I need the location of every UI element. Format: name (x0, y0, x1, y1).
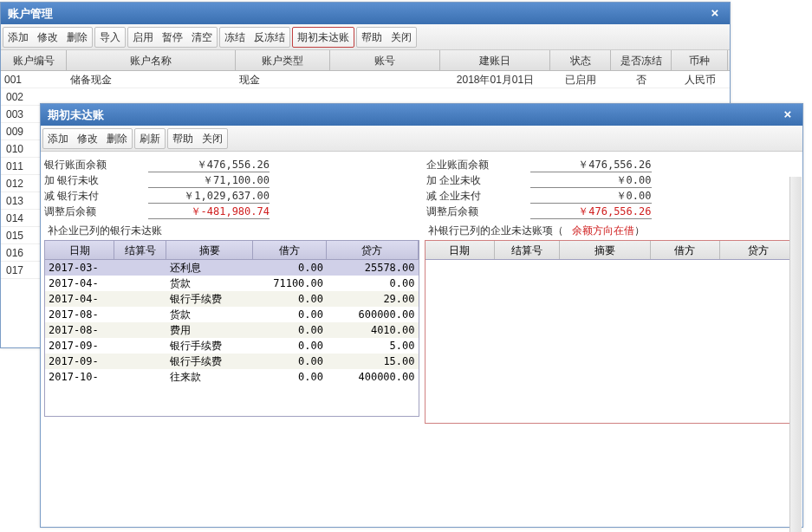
left-grid: 日期结算号摘要借方贷方 2017-03-21还利息0.0025578.00201… (44, 240, 419, 417)
toolbar-button-添加[interactable]: 添加 (43, 129, 73, 148)
parent-row-ids: 002003009010011012013014015016017 (1, 88, 42, 279)
toolbar-group: 期初未达账 (292, 27, 354, 48)
detail-col-header[interactable]: 日期 (45, 241, 114, 259)
toolbar-group: 帮助关闭 (167, 128, 228, 149)
table-row[interactable]: 016 (1, 244, 42, 262)
toolbar-group: 刷新 (134, 128, 166, 149)
toolbar-button-刷新[interactable]: 刷新 (135, 129, 165, 148)
table-row[interactable]: 011 (1, 158, 42, 175)
parent-grid-body: 001储备现金现金2018年01月01日已启用否人民币 (1, 71, 730, 88)
close-icon[interactable]: × (780, 107, 796, 123)
parent-col-header[interactable]: 账户名称 (67, 50, 236, 70)
toolbar-group: 启用暂停清空 (127, 27, 218, 48)
table-row[interactable]: 013 (1, 192, 42, 210)
child-titlebar[interactable]: 期初未达账 × (41, 104, 802, 126)
table-row[interactable]: 009 (1, 123, 42, 140)
toolbar-group: 冻结反冻结 (219, 27, 290, 48)
toolbar-button-修改[interactable]: 修改 (73, 129, 102, 148)
toolbar-button-反冻结[interactable]: 反冻结 (250, 28, 289, 47)
summary-line: 加 企业未收￥0.00 (426, 172, 800, 188)
table-row[interactable]: 2017-08-24货款0.00600000.00 (45, 307, 419, 322)
parent-col-header[interactable]: 建账日 (440, 50, 550, 70)
table-row[interactable]: 2017-09-29银行手续费0.005.00 (45, 338, 419, 354)
table-row[interactable]: 2017-10-25往来款0.00400000.00 (45, 369, 419, 385)
parent-col-header[interactable]: 币种 (672, 50, 728, 70)
table-row[interactable]: 010 (1, 140, 42, 158)
table-row[interactable]: 2017-09-29银行手续费0.0015.00 (45, 354, 419, 369)
summary-line: 银行账面余额￥476,556.26 (44, 157, 418, 172)
toolbar-button-删除[interactable]: 删除 (102, 129, 132, 148)
toolbar-group: 添加修改删除 (3, 27, 93, 48)
toolbar-button-暂停[interactable]: 暂停 (158, 28, 187, 47)
table-row[interactable]: 003 (1, 106, 42, 123)
toolbar-group: 帮助关闭 (356, 27, 417, 48)
summary-area: 银行账面余额￥476,556.26加 银行未收￥71,100.00减 银行未付￥… (41, 152, 802, 221)
detail-col-header[interactable]: 日期 (425, 241, 495, 259)
table-row[interactable]: 2017-03-21还利息0.0025578.00 (45, 260, 419, 276)
detail-col-header[interactable]: 结算号 (495, 241, 560, 259)
table-row[interactable]: 2017-04-05货款71100.000.00 (45, 276, 419, 291)
right-grid-header: 日期结算号摘要借方贷方 (425, 241, 799, 260)
parent-col-header[interactable]: 是否冻结 (611, 50, 672, 70)
summary-line: 调整后余额￥476,556.26 (426, 204, 800, 219)
toolbar-button-添加[interactable]: 添加 (3, 28, 33, 47)
toolbar-button-修改[interactable]: 修改 (33, 28, 62, 47)
right-grid-body[interactable] (425, 260, 799, 423)
parent-titlebar[interactable]: 账户管理 × (1, 3, 730, 24)
toolbar-button-关闭[interactable]: 关闭 (387, 28, 416, 47)
right-detail-panel: 补银行已列的企业未达账项（余额方向在借） 日期结算号摘要借方贷方 (425, 221, 800, 424)
toolbar-button-冻结[interactable]: 冻结 (220, 28, 250, 47)
left-detail-panel: 补企业已列的银行未达账 日期结算号摘要借方贷方 2017-03-21还利息0.0… (44, 221, 419, 424)
summary-line: 加 银行未收￥71,100.00 (44, 172, 418, 188)
bank-summary: 银行账面余额￥476,556.26加 银行未收￥71,100.00减 银行未付￥… (44, 157, 418, 219)
detail-col-header[interactable]: 贷方 (720, 241, 799, 259)
parent-col-header[interactable]: 账号 (330, 50, 440, 70)
toolbar-button-清空[interactable]: 清空 (187, 28, 217, 47)
toolbar-button-删除[interactable]: 删除 (62, 28, 92, 47)
table-row[interactable]: 002 (1, 88, 42, 106)
detail-col-header[interactable]: 摘要 (560, 241, 651, 259)
detail-col-header[interactable]: 摘要 (166, 241, 253, 259)
toolbar-button-启用[interactable]: 启用 (128, 28, 158, 47)
detail-col-header[interactable]: 借方 (651, 241, 720, 259)
table-row[interactable]: 001储备现金现金2018年01月01日已启用否人民币 (1, 71, 730, 88)
table-row[interactable]: 015 (1, 227, 42, 244)
detail-col-header[interactable]: 贷方 (327, 241, 419, 259)
table-row[interactable]: 014 (1, 210, 42, 227)
opening-unreconciled-window: 期初未达账 × 添加修改删除刷新帮助关闭 银行账面余额￥476,556.26加 … (40, 103, 803, 528)
left-grid-body[interactable]: 2017-03-21还利息0.0025578.002017-04-05货款711… (45, 260, 419, 416)
detail-col-header[interactable]: 结算号 (114, 241, 166, 259)
table-row[interactable]: 2017-08-28费用0.004010.00 (45, 322, 419, 338)
enterprise-summary: 企业账面余额￥476,556.26加 企业未收￥0.00减 企业未付￥0.00调… (426, 157, 800, 219)
toolbar-button-关闭[interactable]: 关闭 (198, 129, 227, 148)
table-row[interactable]: 012 (1, 175, 42, 192)
parent-col-header[interactable]: 账户类型 (236, 50, 330, 70)
left-caption: 补企业已列的银行未达账 (44, 221, 419, 240)
table-row[interactable]: 017 (1, 262, 42, 279)
vertical-scrollbar[interactable] (789, 177, 802, 532)
detail-col-header[interactable]: 借方 (253, 241, 327, 259)
child-title: 期初未达账 (48, 107, 104, 123)
table-row[interactable]: 2017-04-29银行手续费0.0029.00 (45, 291, 419, 307)
parent-title: 账户管理 (8, 6, 53, 22)
left-grid-header: 日期结算号摘要借方贷方 (45, 241, 419, 260)
child-toolbar: 添加修改删除刷新帮助关闭 (41, 126, 802, 152)
toolbar-button-帮助[interactable]: 帮助 (168, 129, 198, 148)
summary-line: 减 企业未付￥0.00 (426, 188, 800, 204)
detail-area: 补企业已列的银行未达账 日期结算号摘要借方贷方 2017-03-21还利息0.0… (41, 221, 802, 424)
summary-line: 企业账面余额￥476,556.26 (426, 157, 800, 172)
parent-col-header[interactable]: 状态 (550, 50, 611, 70)
summary-line: 减 银行未付￥1,029,637.00 (44, 188, 418, 204)
toolbar-group: 添加修改删除 (42, 128, 133, 149)
toolbar-button-帮助[interactable]: 帮助 (357, 28, 387, 47)
parent-col-header[interactable]: 账户编号 (1, 50, 67, 70)
right-grid: 日期结算号摘要借方贷方 (425, 240, 800, 424)
parent-toolbar: 添加修改删除导入启用暂停清空冻结反冻结期初未达账帮助关闭 (1, 24, 730, 50)
parent-grid-header: 账户编号账户名称账户类型账号建账日状态是否冻结币种 (1, 50, 730, 71)
toolbar-button-期初未达账[interactable]: 期初未达账 (293, 28, 354, 47)
toolbar-group: 导入 (94, 27, 126, 48)
close-icon[interactable]: × (707, 6, 723, 22)
summary-line: 调整后余额￥-481,980.74 (44, 204, 418, 219)
right-caption: 补银行已列的企业未达账项（余额方向在借） (425, 221, 800, 240)
toolbar-button-导入[interactable]: 导入 (95, 28, 125, 47)
